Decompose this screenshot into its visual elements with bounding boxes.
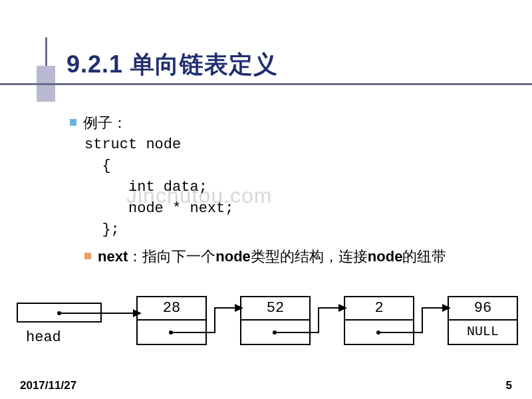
node-data: 52: [240, 296, 311, 321]
kw-node: node: [215, 248, 251, 265]
list-node: 52: [240, 296, 311, 345]
node-data: 2: [344, 296, 414, 321]
head-label: head: [26, 329, 61, 346]
header-divider: [0, 83, 532, 85]
code-block: struct node { int data; node * next; };: [84, 134, 482, 240]
footer-date: 2017/11/27: [20, 379, 76, 392]
sub-bullet-row: next：指向下一个node类型的结构，连接node的纽带: [84, 247, 482, 267]
decor-vertical-bar: [45, 37, 47, 66]
example-bullet-row: 例子：: [70, 113, 482, 133]
head-box: [17, 303, 102, 323]
node-ptr: [136, 321, 207, 345]
list-node: 28: [136, 296, 207, 345]
linked-list-diagram: head 28 52 2 96 NULL: [17, 296, 522, 356]
list-node: 96 NULL: [448, 296, 518, 345]
example-label: 例子：: [83, 113, 127, 133]
content-area: 例子： struct node { int data; node * next;…: [70, 113, 482, 267]
node-data: 28: [136, 296, 207, 321]
node-ptr: [344, 321, 414, 345]
node-ptr: NULL: [448, 321, 518, 345]
node-data: 96: [448, 296, 518, 321]
slide-title: 9.2.1 单向链表定义: [66, 49, 278, 81]
list-node: 2: [344, 296, 414, 345]
square-bullet-icon: [84, 253, 91, 259]
node-ptr: [240, 321, 311, 345]
square-bullet-icon: [70, 119, 76, 126]
sub-bullet-text: next：指向下一个node类型的结构，连接node的纽带: [98, 247, 446, 267]
kw-node: node: [368, 248, 403, 265]
kw-next: next: [98, 248, 128, 265]
footer-page: 5: [506, 379, 512, 392]
